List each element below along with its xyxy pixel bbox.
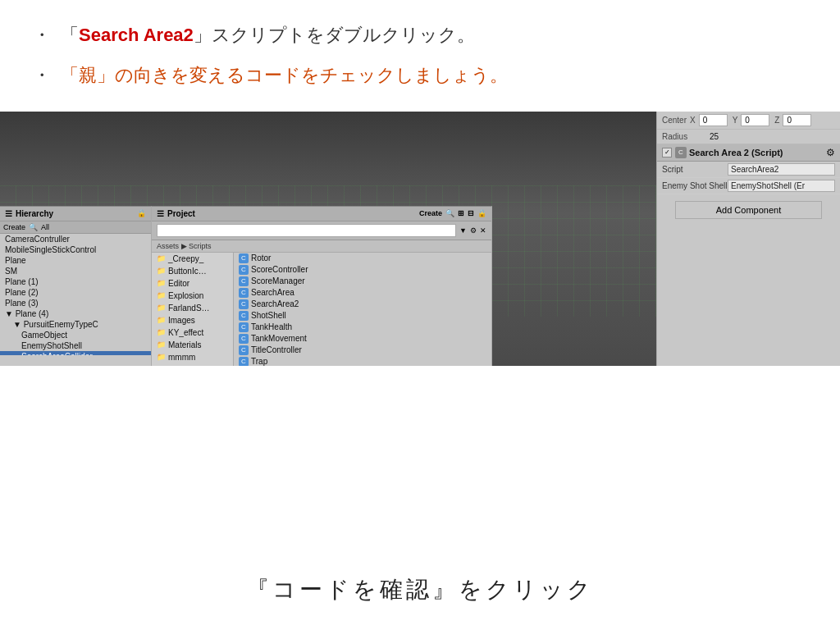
file-searcharea2[interactable]: CSearchArea2 — [234, 299, 491, 310]
folder-materials[interactable]: 📁Materials — [152, 339, 233, 351]
bullet-dot-2: ・ — [33, 63, 51, 89]
folder-mmmm[interactable]: 📁mmmm — [152, 351, 233, 363]
hierarchy-item-searcharea[interactable]: SearchAreaCollider — [0, 351, 151, 355]
bottom-text: 『コードを確認』をクリック — [0, 574, 840, 605]
project-icon2[interactable]: ⊟ — [468, 209, 474, 217]
folder-prefabs[interactable]: 📁Prefabs — [152, 363, 233, 366]
z-label: Z — [774, 116, 779, 125]
project-breadcrumb: Assets ▶ Scripts — [152, 240, 491, 253]
center-label: Center — [662, 116, 687, 125]
project-icon1[interactable]: ⊞ — [458, 209, 464, 217]
hierarchy-menu-icon: ☰ — [5, 209, 12, 218]
bullet-dot-1: ・ — [33, 23, 51, 48]
hierarchy-list: CameraContruller MobileSingleStickContro… — [0, 234, 151, 355]
enemy-label: Enemy Shot Shell — [662, 181, 728, 190]
component-checkbox[interactable]: ✓ — [662, 148, 672, 158]
folder-creepy[interactable]: 📁_Creepy_ — [152, 253, 233, 265]
project-panel: ☰ Project Create 🔍 ⊞ ⊟ 🔒 ▼ ⚙ ✕ Assets ▶ … — [152, 206, 492, 366]
project-menu-icon: ☰ — [157, 209, 164, 218]
file-searcharea[interactable]: CSearchArea — [234, 287, 491, 299]
script-label: Script — [662, 165, 728, 174]
inspector-radius-section: Radius 25 — [657, 130, 840, 144]
file-trap[interactable]: CTrap — [234, 356, 491, 366]
project-content: 📁_Creepy_ 📁ButtonIc… 📁Editor 📁Explosion … — [152, 253, 491, 366]
radius-label: Radius — [662, 132, 687, 141]
bullet-text-2: 「親」の向きを変えるコードをチェックしましょう。 — [61, 63, 508, 89]
hierarchy-all-label: All — [41, 223, 49, 231]
hierarchy-item-gameobject[interactable]: GameObject — [0, 330, 151, 340]
y-value[interactable]: 0 — [741, 114, 769, 126]
folder-explosion[interactable]: 📁Explosion — [152, 290, 233, 302]
bullet-item-1: ・ 「Search Area2」スクリプトをダブルクリック。 — [33, 23, 807, 48]
folder-editor[interactable]: 📁Editor — [152, 277, 233, 290]
hierarchy-item-enemyshot[interactable]: EnemyShotShell — [0, 340, 151, 351]
search-close-icon[interactable]: ✕ — [480, 226, 486, 235]
hierarchy-item-mobilestick[interactable]: MobileSingleStickControl — [0, 244, 151, 255]
project-create-btn[interactable]: Create — [419, 209, 442, 217]
hierarchy-item-pursuit[interactable]: ▼ PursuitEnemyTypeC — [0, 319, 151, 330]
folder-kyeffect[interactable]: 📁KY_effect — [152, 326, 233, 339]
inspector-panel: Center X 0 Y 0 Z 0 Radius 25 ✓ C Search … — [656, 112, 840, 366]
x-value[interactable]: 0 — [699, 114, 728, 126]
project-search-input[interactable] — [157, 224, 456, 237]
hierarchy-title: Hierarchy — [16, 209, 53, 218]
bullet-item-2: ・ 「親」の向きを変えるコードをチェックしましょう。 — [33, 63, 807, 89]
hierarchy-item-plane[interactable]: Plane — [0, 255, 151, 266]
hierarchy-item-plane1[interactable]: Plane (1) — [0, 276, 151, 287]
y-label: Y — [733, 116, 738, 125]
project-header: ☰ Project Create 🔍 ⊞ ⊟ 🔒 — [152, 207, 491, 221]
script-value: SearchArea2 — [728, 163, 835, 176]
file-shotshell[interactable]: CShotShell — [234, 310, 491, 322]
folder-images[interactable]: 📁Images — [152, 314, 233, 326]
project-lock-icon[interactable]: 🔒 — [477, 209, 486, 217]
inspector-component-header: ✓ C Search Area 2 (Script) ⚙ — [657, 144, 840, 162]
unity-editor-area: Center X 0 Y 0 Z 0 Radius 25 ✓ C Search … — [0, 112, 840, 366]
hierarchy-item-plane4[interactable]: ▼ Plane (4) — [0, 308, 151, 319]
top-text-area: ・ 「Search Area2」スクリプトをダブルクリック。 ・ 「親」の向きを… — [0, 0, 840, 112]
project-folders-list: 📁_Creepy_ 📁ButtonIc… 📁Editor 📁Explosion … — [152, 253, 234, 366]
file-scorecontroller[interactable]: CScoreController — [234, 264, 491, 276]
hierarchy-item-plane3[interactable]: Plane (3) — [0, 298, 151, 308]
file-scoremanager[interactable]: CScoreManager — [234, 276, 491, 287]
hierarchy-lock-icon[interactable]: 🔒 — [137, 209, 146, 217]
radius-value: 25 — [710, 132, 719, 141]
project-search-icon[interactable]: 🔍 — [445, 209, 454, 217]
hierarchy-item-sm[interactable]: SM — [0, 266, 151, 276]
highlight-search-area2: Search Area2 — [79, 25, 194, 45]
bullet-text-1: 「Search Area2」スクリプトをダブルクリック。 — [61, 23, 475, 48]
inspector-script-row: Script SearchArea2 — [657, 162, 840, 178]
file-tankhealth[interactable]: CTankHealth — [234, 322, 491, 333]
x-label: X — [690, 116, 696, 125]
component-icon: C — [675, 147, 687, 158]
hierarchy-search-icon[interactable]: 🔍 — [29, 223, 38, 231]
add-component-button[interactable]: Add Component — [675, 201, 821, 219]
project-files-list: CRotor CScoreController CScoreManager CS… — [234, 253, 491, 366]
project-search-bar: ▼ ⚙ ✕ — [152, 221, 491, 240]
hierarchy-item-cameracont[interactable]: CameraContruller — [0, 234, 151, 244]
search-settings-icon[interactable]: ⚙ — [470, 226, 477, 235]
inspector-center-row: Center X 0 Y 0 Z 0 — [657, 112, 840, 130]
hierarchy-panel: ☰ Hierarchy 🔒 Create 🔍 All CameraContrul… — [0, 206, 152, 366]
project-title: Project — [167, 209, 195, 218]
file-tankmovement[interactable]: CTankMovement — [234, 333, 491, 345]
hierarchy-item-plane2[interactable]: Plane (2) — [0, 287, 151, 298]
hierarchy-create-btn[interactable]: Create — [3, 223, 25, 231]
file-titlecontroller[interactable]: CTitleController — [234, 345, 491, 356]
component-gear-icon[interactable]: ⚙ — [826, 147, 835, 158]
enemy-value: EnemyShotShell (Er — [728, 180, 835, 192]
search-filter-icon[interactable]: ▼ — [459, 226, 467, 235]
file-rotor[interactable]: CRotor — [234, 253, 491, 264]
hierarchy-header: ☰ Hierarchy 🔒 — [0, 207, 151, 221]
folder-buttonic[interactable]: 📁ButtonIc… — [152, 265, 233, 277]
inspector-enemy-row: Enemy Shot Shell EnemyShotShell (Er — [657, 178, 840, 194]
folder-farlands[interactable]: 📁FarlandS… — [152, 302, 233, 314]
z-value[interactable]: 0 — [783, 114, 811, 126]
component-title: Search Area 2 (Script) — [689, 148, 823, 158]
